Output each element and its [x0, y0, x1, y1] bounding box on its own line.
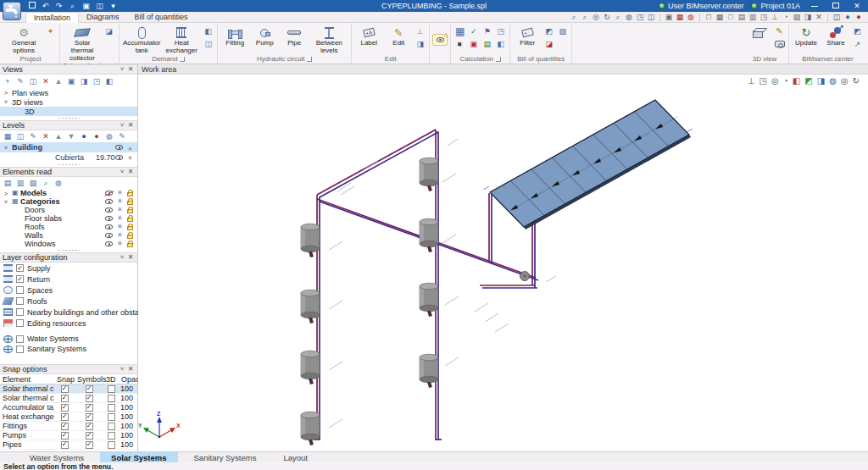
checkbox[interactable] — [16, 297, 24, 305]
snap-checkbox[interactable]: ✓ — [61, 404, 69, 412]
add-level-icon[interactable]: ▦ — [3, 131, 13, 141]
box-view-icon[interactable]: ◳ — [92, 76, 102, 86]
references-icon[interactable]: ▤ — [737, 14, 746, 21]
elevation-view-icon[interactable]: ▲ — [53, 76, 64, 86]
snap-checkbox[interactable]: ✓ — [61, 441, 69, 449]
crop-icon[interactable]: ◳ — [760, 14, 768, 21]
snapshot-3d-icon[interactable] — [774, 39, 785, 49]
image-icon[interactable]: ▧ — [793, 14, 801, 21]
grid-toggle-icon[interactable]: ▦ — [715, 14, 724, 21]
boq-tag-edit-icon[interactable]: ▧ — [557, 26, 568, 36]
bim-import-icon[interactable]: ◩ — [852, 26, 863, 36]
update-button[interactable]: ↻ Update — [792, 25, 821, 47]
keys-icon[interactable]: ✦ — [45, 26, 56, 36]
print-view-icon[interactable]: ▣ — [665, 14, 673, 21]
export-icon[interactable]: ◫ — [95, 2, 104, 10]
eye-icon[interactable] — [105, 233, 113, 238]
eye-icon[interactable] — [115, 145, 123, 150]
dialog-launcher-icon[interactable] — [496, 57, 501, 62]
snap-checkbox[interactable]: ✓ — [61, 385, 69, 393]
redraw-icon[interactable]: ↻ — [603, 14, 611, 21]
lock-open-icon[interactable] — [127, 243, 133, 247]
section-x-icon[interactable]: ◧ — [793, 77, 800, 86]
3d-checkbox[interactable] — [108, 432, 115, 440]
filter-button[interactable]: Filter — [513, 25, 542, 47]
pipe-button[interactable]: Pipe — [280, 25, 309, 47]
close-panel-icon[interactable]: ✕ — [126, 122, 135, 129]
checkbox[interactable] — [16, 286, 24, 294]
opacity-value[interactable]: 100 — [119, 394, 138, 402]
delete-view-icon[interactable]: ✕ — [41, 76, 51, 86]
visibility-icon[interactable]: ◎ — [841, 77, 849, 86]
opacity-value[interactable]: 100 — [119, 412, 138, 421]
collapse-tree-icon[interactable]: ▥ — [15, 178, 25, 188]
chevron-down-icon[interactable]: ˅ — [4, 99, 12, 105]
edit-button[interactable]: ✎ Edit — [384, 25, 413, 47]
opacity-value[interactable]: 100 — [119, 422, 138, 430]
tab-installation[interactable]: Installation — [25, 12, 79, 23]
snap-checkbox[interactable]: ✓ — [61, 432, 69, 440]
col-snap[interactable]: Snap — [54, 375, 75, 384]
lock-open-icon[interactable] — [127, 235, 133, 239]
eye-off-icon[interactable] — [105, 191, 113, 196]
general-options-button[interactable]: ⚙ General options — [4, 25, 43, 55]
3d-checkbox[interactable] — [108, 385, 115, 393]
layer-row-nearby-buildings[interactable]: Nearby buildings and other obstacles — [0, 307, 137, 318]
snap-row-pipes[interactable]: Pipes ✓ ✓ 100 — [0, 440, 137, 450]
layer-row-sanitary-systems[interactable]: Sanitary Systems — [0, 344, 137, 354]
scroll-up-icon[interactable]: ▲ — [127, 145, 133, 151]
opacity-value[interactable]: 100 — [119, 403, 138, 412]
element-row-walls[interactable]: Walls ✳ — [0, 231, 137, 240]
col-3d[interactable]: 3D — [103, 375, 119, 384]
incidents-warning-button[interactable]: ⚠ — [432, 34, 448, 46]
snap-row-accumulator-tanks[interactable]: Accumulator ta... ✓ ✓ 100 — [0, 403, 137, 412]
duplicate-view-icon[interactable]: ◫ — [28, 76, 38, 86]
maximize-button[interactable] — [829, 2, 843, 10]
layer-row-editing-resources[interactable]: Editing resources — [0, 318, 137, 329]
snap-checkbox[interactable]: ✓ — [61, 423, 69, 430]
edit-level-icon[interactable]: ✎ — [28, 131, 38, 141]
save-icon[interactable] — [27, 2, 36, 10]
print-view-icon[interactable]: ◨ — [79, 76, 89, 86]
collapse-panel-icon[interactable]: ˅ — [118, 254, 126, 261]
close-panel-icon[interactable]: ✕ — [126, 169, 135, 175]
tab-sanitary-systems[interactable]: Sanitary Systems — [183, 452, 268, 462]
refresh-elements-icon[interactable]: ▧ — [28, 178, 38, 188]
level-row-cubierta[interactable]: Cubierta 19.70 ▼ — [0, 152, 137, 163]
snap-point-icon[interactable]: □ — [726, 14, 735, 21]
opacity-value[interactable]: 100 — [119, 431, 138, 440]
snapshot-view-icon[interactable]: ▣ — [66, 76, 76, 86]
expand-tree-icon[interactable]: ▤ — [3, 178, 13, 188]
hide-all-icon[interactable]: ● — [92, 131, 102, 141]
edit-view-icon[interactable]: ✎ — [15, 76, 25, 86]
symbols-checkbox[interactable]: ✓ — [86, 395, 93, 402]
selection-box-icon[interactable]: □ — [704, 14, 713, 21]
3d-model-view[interactable]: Z Y X — [138, 75, 868, 451]
wand-icon[interactable]: ✦ — [454, 39, 465, 49]
tools-icon[interactable]: ✕ — [815, 14, 823, 21]
snap-row-fittings[interactable]: Fittings ✓ ✓ 100 — [0, 422, 137, 431]
symbols-checkbox[interactable]: ✓ — [86, 413, 93, 421]
col-symbols[interactable]: Symbols — [75, 375, 103, 384]
tree-item-3d[interactable]: 3D — [0, 107, 137, 116]
snap-row-solar-thermal-2[interactable]: Solar thermal c... ✓ ✓ 100 — [0, 394, 137, 403]
zoom-icon[interactable]: ⌕ — [68, 2, 77, 11]
accumulator-tank-button[interactable]: Accumulator tank — [122, 25, 161, 55]
magnifier-icon[interactable]: ⌕ — [614, 14, 622, 21]
checkbox[interactable]: ✓ — [16, 264, 24, 272]
app-logo-faucet-icon[interactable] — [3, 2, 21, 20]
freeze-icon[interactable]: ✳ — [117, 207, 123, 213]
element-row-windows[interactable]: Windows ✳ — [0, 240, 137, 248]
box-edit-icon[interactable]: ◧ — [104, 76, 114, 86]
dxf-template-icon[interactable]: ▦ — [676, 14, 684, 21]
col-element[interactable]: Element — [0, 375, 54, 384]
pan-icon[interactable]: ◍ — [625, 14, 633, 21]
close-panel-icon[interactable]: ✕ — [126, 66, 135, 73]
freeze-icon[interactable]: ✳ — [117, 190, 123, 196]
snap-row-heat-exchangers[interactable]: Heat exchangers ✓ ✓ 100 — [0, 412, 137, 422]
pump-button[interactable]: Pump — [250, 25, 279, 47]
3d-checkbox[interactable] — [108, 441, 115, 449]
bim-export-icon[interactable]: ↗ — [852, 39, 863, 49]
freeze-icon[interactable]: ✳ — [117, 232, 123, 239]
collector-field-icon[interactable]: ◪ — [103, 26, 114, 36]
